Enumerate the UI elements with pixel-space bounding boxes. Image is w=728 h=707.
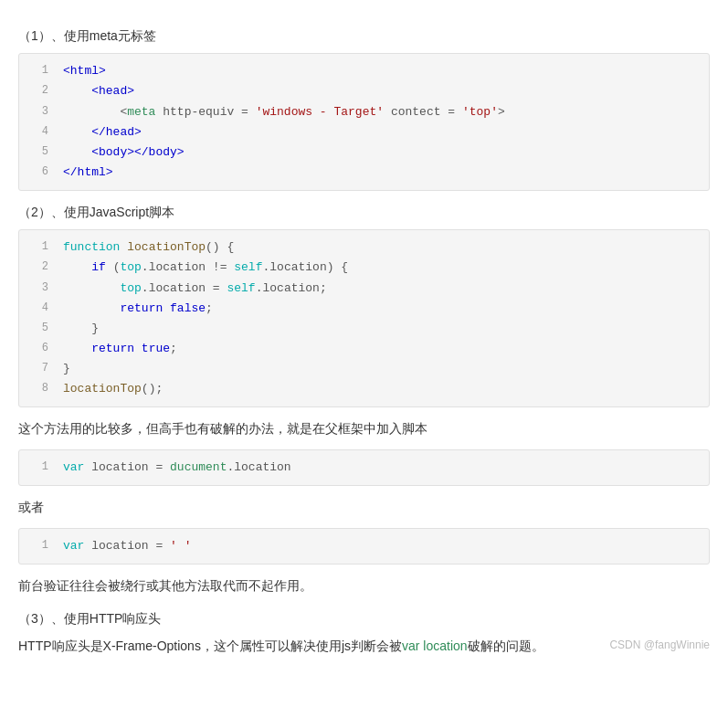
line-number: 7 (26, 359, 48, 377)
section1: （1）、使用meta元标签 1 <html> 2 <head> 3 <meta … (18, 26, 710, 191)
code-text: top.location = self.location; (63, 279, 327, 299)
code-line: 4 return false; (19, 299, 709, 319)
line-number: 6 (26, 339, 48, 357)
section3-para: HTTP响应头是X-Frame-Options，这个属性可以解决使用js判断会被… (18, 636, 710, 658)
code-text: </html> (63, 163, 113, 183)
code-text: <head> (63, 81, 134, 101)
code-line: 1 <html> (19, 61, 709, 81)
code-text: function locationTop() { (63, 237, 234, 258)
para-expert: 这个方法用的比较多，但高手也有破解的办法，就是在父框架中加入脚本 (18, 418, 710, 440)
code-text: <body></body> (63, 142, 185, 163)
or-label: 或者 (18, 497, 710, 519)
line-number: 5 (26, 142, 48, 161)
code-text: } (63, 319, 99, 339)
line-number: 1 (26, 536, 48, 554)
code-text: locationTop(); (63, 379, 163, 399)
code-line: 1 var location = ducument.location (19, 458, 709, 478)
line-number: 6 (26, 163, 48, 181)
code-line: 2 <head> (19, 81, 709, 101)
code-block-3: 1 var location = ducument.location (18, 449, 710, 486)
code-line: 8 locationTop(); (19, 379, 709, 399)
code-line: 3 top.location = self.location; (19, 279, 709, 299)
line-number: 2 (26, 258, 48, 276)
section3: （3）、使用HTTP响应头 HTTP响应头是X-Frame-Options，这个… (18, 608, 710, 658)
code-text: var location = ' ' (63, 536, 191, 556)
line-number: 4 (26, 299, 48, 317)
code-block-4: 1 var location = ' ' (18, 528, 710, 565)
code-block-1: 1 <html> 2 <head> 3 <meta http-equiv = '… (18, 53, 710, 191)
code-line: 6 </html> (19, 163, 709, 183)
code-line: 4 </head> (19, 122, 709, 142)
code-text: </head> (63, 122, 142, 142)
section2: （2）、使用JavaScript脚本 1 function locationTo… (18, 202, 710, 565)
code-line: 7 } (19, 359, 709, 379)
line-number: 2 (26, 81, 48, 100)
code-line: 2 if (top.location != self.location) { (19, 258, 709, 278)
code-text: if (top.location != self.location) { (63, 258, 348, 278)
line-number: 5 (26, 319, 48, 337)
section1-title: （1）、使用meta元标签 (18, 26, 710, 46)
code-line: 1 function locationTop() { (19, 237, 709, 258)
line-number: 8 (26, 379, 48, 397)
line-number: 1 (26, 237, 48, 256)
section3-title: （3）、使用HTTP响应头 (18, 608, 710, 628)
line-number: 3 (26, 102, 48, 121)
code-text: <meta http-equiv = 'windows - Target' co… (63, 102, 505, 122)
line-number: 1 (26, 458, 48, 476)
code-text: return true; (63, 339, 177, 359)
code-text: var location = ducument.location (63, 458, 291, 478)
code-block-2: 1 function locationTop() { 2 if (top.loc… (18, 229, 710, 407)
code-text: <html> (63, 61, 106, 81)
line-number: 3 (26, 279, 48, 297)
para-frontend: 前台验证往往会被绕行或其他方法取代而不起作用。 (18, 575, 710, 597)
code-line: 3 <meta http-equiv = 'windows - Target' … (19, 102, 709, 122)
code-line: 6 return true; (19, 339, 709, 359)
code-text: } (63, 359, 70, 379)
section2-title: （2）、使用JavaScript脚本 (18, 202, 710, 222)
code-line: 5 } (19, 319, 709, 339)
line-number: 1 (26, 61, 48, 79)
code-line: 1 var location = ' ' (19, 536, 709, 556)
line-number: 4 (26, 122, 48, 141)
code-line: 5 <body></body> (19, 142, 709, 163)
code-text: return false; (63, 299, 213, 319)
